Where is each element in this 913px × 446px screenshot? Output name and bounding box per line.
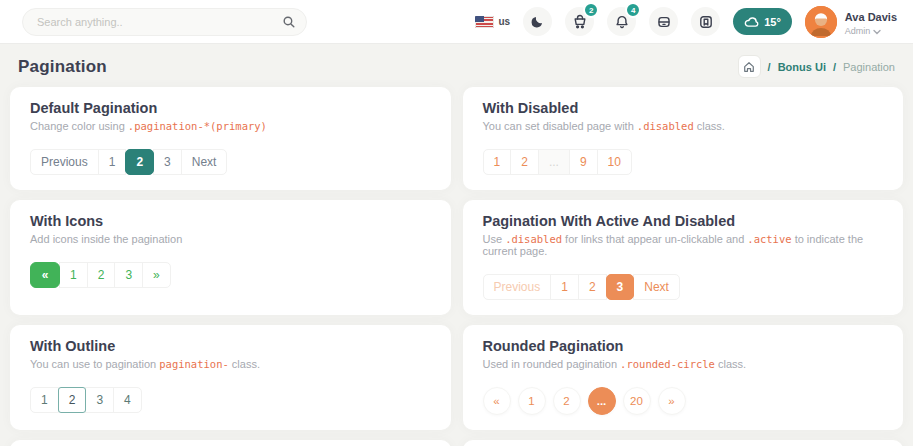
- notifications-button[interactable]: 4: [607, 7, 636, 36]
- card-desc: You can set disabled page with .disabled…: [483, 120, 884, 132]
- page-item-active[interactable]: ...: [588, 387, 616, 415]
- pagination-disabled: 1 2 ... 9 10: [483, 149, 884, 175]
- page-item[interactable]: 20: [623, 387, 651, 415]
- breadcrumb-current: Pagination: [843, 61, 895, 73]
- user-role: Admin: [845, 26, 871, 37]
- breadcrumb-section[interactable]: Bonus Ui: [778, 61, 826, 73]
- user-menu[interactable]: Ava Davis Admin: [805, 6, 897, 38]
- top-header: us 2 4: [0, 0, 913, 44]
- pagination-active-disabled: Previous 1 2 3 Next: [483, 274, 884, 300]
- breadcrumb: / Bonus Ui / Pagination: [738, 55, 895, 78]
- code-snippet: .rounded-circle: [620, 358, 715, 370]
- page-item[interactable]: 2: [87, 262, 116, 288]
- pagination-rounded: « 1 2 ... 20 »: [483, 387, 884, 415]
- page-next[interactable]: Next: [633, 274, 680, 300]
- breadcrumb-home[interactable]: [738, 55, 761, 78]
- code-snippet: .pagination-*(primary): [128, 120, 267, 132]
- pagination-default: Previous 1 2 3 Next: [30, 149, 431, 175]
- page-item[interactable]: 1: [518, 387, 546, 415]
- page-item-active[interactable]: 3: [606, 274, 635, 300]
- page-item[interactable]: 3: [153, 149, 182, 175]
- pagination-icons: « 1 2 3 »: [30, 262, 431, 288]
- breadcrumb-separator: /: [768, 61, 771, 73]
- page-item[interactable]: 2: [510, 149, 539, 175]
- dark-mode-button[interactable]: [523, 7, 552, 36]
- moon-icon: [530, 14, 545, 29]
- card-default-pagination: Default Pagination Change color using .p…: [10, 87, 451, 190]
- header-actions: us 2 4: [475, 6, 898, 38]
- card-title: With Disabled: [483, 100, 884, 116]
- cart-button[interactable]: 2: [565, 7, 594, 36]
- card-desc: Use .disabled for links that appear un-c…: [483, 233, 884, 257]
- code-snippet: .disabled: [505, 233, 562, 245]
- card-desc: Change color using .pagination-*(primary…: [30, 120, 431, 132]
- page-next-icon[interactable]: »: [142, 262, 171, 288]
- cart-badge: 2: [583, 2, 599, 18]
- search-input[interactable]: [22, 8, 307, 36]
- card-title: With Outline: [30, 338, 431, 354]
- page-item[interactable]: 3: [114, 262, 143, 288]
- card-desc: Used in rounded pagination .rounded-circ…: [483, 358, 884, 370]
- pagination-outline: 1 2 3 4: [30, 387, 431, 413]
- cloud-icon: [744, 16, 759, 28]
- card-pagination-alignment: Pagination Alignment Change the alignmen…: [10, 440, 451, 446]
- code-snippet: .disabled: [637, 120, 694, 132]
- card-title: Default Pagination: [30, 100, 431, 116]
- weather-temp: 15°: [764, 16, 781, 28]
- page-next-icon[interactable]: »: [658, 387, 686, 415]
- card-rounded-pagination: Rounded Pagination Used in rounded pagin…: [463, 325, 904, 430]
- chevron-down-icon: [873, 29, 881, 35]
- user-name: Ava Davis: [845, 11, 897, 23]
- drawer-button[interactable]: [649, 7, 678, 36]
- weather-widget[interactable]: 15°: [733, 8, 792, 35]
- page-item[interactable]: 1: [550, 274, 579, 300]
- page-head: Pagination / Bonus Ui / Pagination: [0, 44, 913, 87]
- card-title: Rounded Pagination: [483, 338, 884, 354]
- page-prev-icon[interactable]: «: [30, 262, 60, 288]
- page-previous[interactable]: Previous: [30, 149, 99, 175]
- us-flag-icon: [475, 16, 494, 28]
- cards-grid: Default Pagination Change color using .p…: [0, 87, 913, 446]
- search-bar: [22, 8, 307, 36]
- page-item[interactable]: 1: [98, 149, 127, 175]
- code-snippet: .active: [747, 233, 791, 245]
- card-pagination-size: Pagination Size Pagination size using .p…: [463, 440, 904, 446]
- bookmark-icon: [698, 14, 714, 30]
- page-prev-icon[interactable]: «: [483, 387, 511, 415]
- card-desc: Add icons inside the pagination: [30, 233, 431, 245]
- code-snippet: pagination-: [159, 358, 229, 370]
- home-icon: [743, 61, 755, 73]
- page-item[interactable]: 4: [113, 387, 142, 413]
- card-active-and-disabled: Pagination With Active And Disabled Use …: [463, 200, 904, 315]
- page-item[interactable]: 3: [85, 387, 114, 413]
- page-previous-disabled: Previous: [483, 274, 552, 300]
- page-item[interactable]: 1: [59, 262, 88, 288]
- page-item-disabled: ...: [538, 149, 570, 175]
- page-item[interactable]: 1: [483, 149, 512, 175]
- page-item[interactable]: 1: [30, 387, 59, 413]
- bookmark-button[interactable]: [691, 7, 720, 36]
- avatar: [805, 6, 837, 38]
- card-title: Pagination With Active And Disabled: [483, 213, 884, 229]
- page-item[interactable]: 9: [569, 149, 598, 175]
- page-item[interactable]: 2: [578, 274, 607, 300]
- page-item-outlined[interactable]: 2: [58, 387, 87, 413]
- card-with-disabled: With Disabled You can set disabled page …: [463, 87, 904, 190]
- notifications-badge: 4: [625, 2, 641, 18]
- card-title: With Icons: [30, 213, 431, 229]
- language-selector[interactable]: us: [475, 16, 511, 28]
- card-with-icons: With Icons Add icons inside the paginati…: [10, 200, 451, 315]
- card-desc: You can use to pagination pagination- cl…: [30, 358, 431, 370]
- search-icon[interactable]: [282, 15, 296, 33]
- card-with-outline: With Outline You can use to pagination p…: [10, 325, 451, 430]
- drawer-icon: [656, 14, 672, 30]
- page-next[interactable]: Next: [181, 149, 228, 175]
- page-item[interactable]: 10: [597, 149, 632, 175]
- page-item-active[interactable]: 2: [125, 149, 154, 175]
- page-item[interactable]: 2: [553, 387, 581, 415]
- language-label: us: [499, 16, 511, 27]
- page-title: Pagination: [18, 57, 107, 77]
- breadcrumb-separator: /: [833, 61, 836, 73]
